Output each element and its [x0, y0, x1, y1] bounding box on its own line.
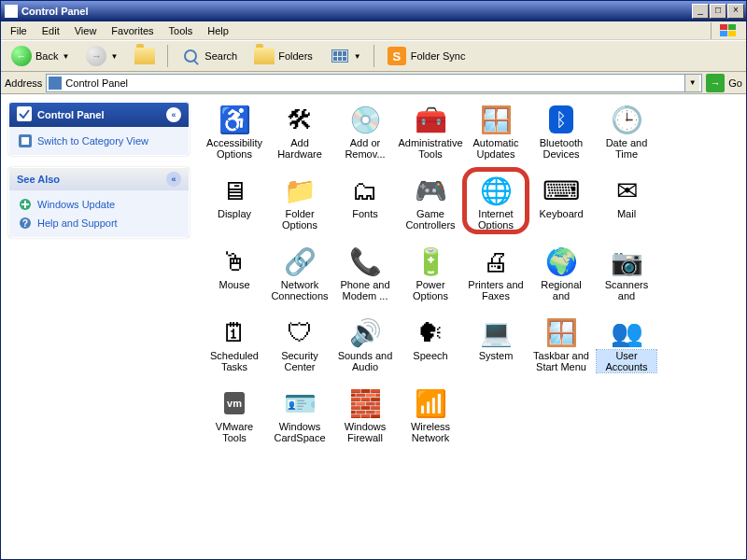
scheduled-tasks-icon: 🗓: [218, 316, 250, 348]
svg-rect-0: [720, 24, 727, 30]
windows-flag-icon: [711, 22, 744, 39]
folders-icon: [254, 46, 275, 66]
speech-icon: 🗣: [415, 316, 446, 348]
link-windows-update[interactable]: Windows Update: [19, 198, 179, 211]
menu-favorites[interactable]: Favorites: [104, 23, 161, 38]
svg-rect-2: [720, 31, 727, 36]
up-button[interactable]: [128, 44, 162, 68]
app-item[interactable]: 🛡Security Center: [268, 315, 331, 374]
app-item[interactable]: 🔊Sounds and Audio Devices: [333, 315, 397, 374]
app-item[interactable]: ♿Accessibility Options: [203, 102, 266, 161]
automatic-updates-icon: 🪟: [480, 104, 512, 135]
administrative-tools-icon: 🧰: [415, 104, 446, 135]
app-item[interactable]: vmVMware Tools: [203, 385, 266, 445]
app-item[interactable]: ✉Mail: [595, 173, 658, 232]
toolbar-separator: [167, 45, 168, 67]
forward-button: → ▼: [79, 44, 124, 68]
app-item[interactable]: ⌨Keyboard: [529, 173, 593, 232]
collapse-icon[interactable]: «: [166, 107, 181, 122]
app-item[interactable]: 👥User Accounts: [595, 315, 658, 374]
link-switch-category-view[interactable]: Switch to Category View: [19, 134, 179, 147]
app-item-label: Automatic Updates: [466, 137, 526, 160]
views-dropdown-icon[interactable]: ▼: [354, 52, 361, 61]
app-item[interactable]: 💻System: [464, 315, 528, 374]
app-item-label: User Accounts: [597, 350, 656, 372]
app-item[interactable]: 📁Folder Options: [268, 173, 331, 232]
menubar: File Edit View Favorites Tools Help: [1, 21, 746, 40]
close-button[interactable]: ×: [727, 4, 744, 19]
app-item[interactable]: 🌐Internet Options: [464, 173, 528, 232]
app-item[interactable]: 🗂Fonts: [333, 173, 397, 232]
collapse-icon[interactable]: «: [166, 172, 181, 187]
back-dropdown-icon[interactable]: ▼: [62, 52, 69, 61]
content-area: ♿Accessibility Options🛠Add Hardware💿Add …: [197, 94, 746, 559]
app-item[interactable]: 🪟Automatic Updates: [464, 102, 528, 161]
svg-rect-6: [21, 137, 29, 145]
app-item-label: Power Options: [401, 279, 460, 301]
back-button[interactable]: ← Back ▼: [5, 44, 76, 68]
network-connections-icon: 🔗: [284, 245, 316, 277]
app-item[interactable]: 🪪Windows CardSpace: [268, 385, 331, 445]
app-item[interactable]: 🔋Power Options: [399, 244, 462, 303]
help-icon: ?: [19, 217, 32, 230]
mail-icon: ✉: [611, 175, 642, 206]
app-item-label: Network Connections: [270, 279, 330, 301]
svg-text:?: ?: [22, 218, 28, 229]
vmware-tools-icon: vm: [218, 387, 250, 419]
app-item-label: Accessibility Options: [204, 137, 264, 160]
app-item-label: Security Center: [270, 350, 330, 372]
menu-help[interactable]: Help: [200, 23, 236, 38]
app-item[interactable]: 📷Scanners and Cameras: [595, 244, 658, 303]
app-item[interactable]: ᛒBluetooth Devices: [529, 102, 593, 161]
app-item[interactable]: 🕒Date and Time: [595, 102, 658, 161]
views-button[interactable]: ▼: [323, 44, 368, 68]
add-or-remov-icon: 💿: [349, 104, 381, 135]
panel-header-control-panel[interactable]: Control Panel «: [9, 103, 189, 127]
menu-tools[interactable]: Tools: [162, 23, 201, 38]
app-item[interactable]: 🧱Windows Firewall: [333, 385, 397, 445]
app-item[interactable]: 🖨Printers and Faxes: [464, 244, 528, 303]
link-help-support[interactable]: ? Help and Support: [19, 217, 179, 230]
menu-view[interactable]: View: [67, 23, 105, 38]
windows-cardspace-icon: 🪪: [284, 387, 316, 419]
app-item-label: Scheduled Tasks: [204, 350, 264, 372]
menu-edit[interactable]: Edit: [35, 23, 67, 38]
address-dropdown-icon[interactable]: ▼: [684, 75, 699, 91]
app-item[interactable]: 🗣Speech: [399, 315, 462, 374]
app-item[interactable]: 🛠Add Hardware: [268, 102, 331, 161]
app-item[interactable]: 🔗Network Connections: [268, 244, 331, 303]
titlebar: Control Panel _ □ ×: [1, 1, 746, 21]
regional-and-language-icon: 🌍: [545, 245, 577, 277]
address-input[interactable]: Control Panel ▼: [46, 74, 702, 92]
app-item[interactable]: 📞Phone and Modem ...: [333, 244, 397, 303]
folders-button[interactable]: Folders: [247, 44, 319, 68]
app-item[interactable]: 🖥Display: [203, 173, 266, 232]
go-button[interactable]: →: [706, 74, 725, 92]
app-item-label: Display: [218, 208, 251, 219]
taskbar-and-start-menu-icon: 🪟: [545, 316, 577, 348]
printers-and-faxes-icon: 🖨: [480, 245, 512, 277]
search-button[interactable]: Search: [174, 44, 244, 68]
app-item[interactable]: 📶Wireless Network Set...: [399, 385, 462, 445]
app-item[interactable]: 🎮Game Controllers: [399, 173, 462, 232]
game-controllers-icon: 🎮: [415, 175, 446, 206]
app-item[interactable]: 🪟Taskbar and Start Menu: [529, 315, 593, 374]
app-item[interactable]: 🖱Mouse: [203, 244, 266, 303]
app-item-label: System: [479, 350, 514, 361]
maximize-button[interactable]: □: [710, 4, 726, 19]
app-item[interactable]: 🗓Scheduled Tasks: [203, 315, 266, 374]
folder-sync-label: Folder Sync: [411, 50, 466, 62]
window-title: Control Panel: [21, 6, 692, 17]
link-label: Switch to Category View: [37, 135, 148, 147]
minimize-button[interactable]: _: [692, 4, 709, 19]
app-item-label: Game Controllers: [401, 208, 460, 231]
app-item[interactable]: 🌍Regional and Language ...: [529, 244, 593, 303]
menu-file[interactable]: File: [3, 23, 35, 38]
panel-header-see-also[interactable]: See Also «: [9, 168, 189, 190]
grid-spacer: [660, 385, 724, 445]
forward-dropdown-icon: ▼: [110, 52, 118, 61]
app-item[interactable]: 💿Add or Remov...: [333, 102, 397, 161]
app-item[interactable]: 🧰Administrative Tools: [399, 102, 462, 161]
folder-sync-button[interactable]: S Folder Sync: [380, 44, 472, 68]
app-item-label: Scanners and Cameras: [597, 279, 656, 301]
